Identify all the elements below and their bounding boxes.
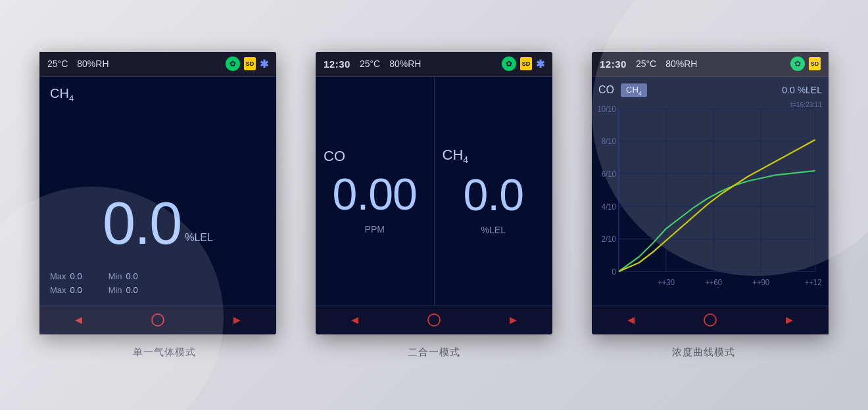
svg-text:10/10: 10/10 — [598, 104, 616, 114]
forward-btn-2[interactable]: ► — [507, 313, 519, 327]
rh-display-1: 80%RH — [77, 58, 108, 69]
caption-3: 浓度曲线模式 — [672, 346, 735, 359]
stat-row-2: Max 0.0 Min 0.0 — [50, 285, 266, 295]
device-chart: 12:30 25°C 80%RH ✿ SD CO CH4 0.0 %LEL t=… — [592, 52, 815, 359]
fan-icon-2: ✿ — [502, 57, 516, 71]
bt-icon-2: ✱ — [536, 58, 544, 70]
stat-min-2: Min 0.0 — [108, 285, 138, 295]
chart-header: CO CH4 0.0 %LEL — [598, 83, 822, 98]
max-label-2: Max — [50, 285, 66, 295]
home-btn-2[interactable] — [427, 313, 441, 327]
chart-co-label: CO — [598, 84, 614, 96]
dual-gas-content: CO 0.00 PPM CH4 0.0 %LEL — [316, 77, 552, 306]
home-btn-1[interactable] — [151, 313, 164, 327]
svg-text:++60: ++60 — [705, 277, 722, 287]
chart-content: CO CH4 0.0 %LEL t=16:23:11 — [592, 77, 829, 306]
stats-area: Max 0.0 Min 0.0 Max 0.0 Min 0.0 — [50, 266, 266, 299]
min-label-2: Min — [108, 285, 122, 295]
svg-text:++90: ++90 — [752, 277, 769, 287]
chart-timestamp: t=16:23:11 — [790, 101, 822, 108]
status-bar-2: 12:30 25°C 80%RH ✿ SD ✱ — [316, 52, 552, 77]
svg-text:4/10: 4/10 — [602, 202, 616, 212]
back-btn-1[interactable]: ◄ — [73, 313, 85, 327]
screen-single-gas: 25°C 80%RH ✿ SD ✱ CH4 0.0 %LEL Max 0.0 — [39, 52, 276, 334]
ch4-value: 0.0 — [463, 172, 523, 217]
nav-bar-3: ◄ ► — [592, 306, 829, 334]
min-label-1: Min — [108, 271, 122, 281]
content-single: CH4 0.0 %LEL Max 0.0 Min 0.0 — [39, 77, 276, 306]
screen-dual-gas: 12:30 25°C 80%RH ✿ SD ✱ CO 0.00 PPM CH4 … — [316, 52, 552, 334]
chart-badge: CH4 — [621, 83, 647, 98]
sd-icon-1: SD — [244, 57, 256, 70]
time-display-3: 12:30 — [600, 58, 627, 70]
device-single-gas: 25°C 80%RH ✿ SD ✱ CH4 0.0 %LEL Max 0.0 — [53, 52, 276, 359]
co-name: CO — [321, 148, 345, 165]
home-btn-3[interactable] — [704, 313, 717, 327]
caption-2: 二合一模式 — [408, 346, 460, 359]
svg-text:++30: ++30 — [658, 277, 675, 287]
svg-text:2/10: 2/10 — [602, 235, 616, 244]
svg-text:8/10: 8/10 — [602, 137, 616, 147]
rh-display-3: 80%RH — [665, 58, 697, 69]
min-value-1: 0.0 — [126, 271, 138, 281]
nav-bar-1: ◄ ► — [39, 306, 276, 334]
unit-label: %LEL — [185, 232, 213, 244]
ch4-panel: CH4 0.0 %LEL — [435, 77, 553, 306]
status-bar-3: 12:30 25°C 80%RH ✿ SD — [592, 52, 829, 77]
nav-bar-2: ◄ ► — [316, 306, 552, 334]
status-bar-1: 25°C 80%RH ✿ SD ✱ — [39, 52, 276, 77]
bt-icon-1: ✱ — [260, 58, 268, 70]
co-panel: CO 0.00 PPM — [316, 77, 435, 306]
back-btn-2[interactable]: ◄ — [349, 313, 361, 327]
device-dual-gas: 12:30 25°C 80%RH ✿ SD ✱ CO 0.00 PPM CH4 … — [316, 52, 552, 359]
status-icons-1: ✿ SD ✱ — [226, 57, 268, 71]
gas-title-area: CH4 — [50, 86, 266, 103]
fan-icon-3: ✿ — [790, 57, 805, 71]
stat-max-1: Max 0.0 — [50, 271, 82, 281]
co-value: 0.00 — [333, 171, 417, 216]
forward-btn-1[interactable]: ► — [231, 313, 243, 327]
chart-value-right: 0.0 %LEL — [782, 85, 822, 95]
min-value-2: 0.0 — [126, 285, 138, 295]
status-icons-2: ✿ SD ✱ — [502, 57, 544, 71]
screen-chart: 12:30 25°C 80%RH ✿ SD CO CH4 0.0 %LEL t=… — [592, 52, 829, 334]
gas-title: CH4 — [50, 86, 74, 103]
sd-icon-2: SD — [520, 57, 532, 70]
back-btn-3[interactable]: ◄ — [625, 313, 637, 327]
chart-area: t=16:23:11 10/10 8/10 — [598, 101, 822, 301]
max-value-1: 0.0 — [70, 271, 82, 281]
stat-min-1: Min 0.0 — [108, 271, 138, 281]
svg-text:6/10: 6/10 — [602, 170, 616, 179]
status-icons-3: ✿ SD — [790, 57, 821, 71]
temp-display-1: 25°C — [47, 58, 68, 69]
fan-icon-1: ✿ — [226, 57, 240, 71]
ch4-name: CH4 — [440, 147, 469, 165]
co-unit: PPM — [365, 224, 385, 235]
forward-btn-3[interactable]: ► — [783, 313, 795, 327]
ch4-unit: %LEL — [481, 225, 506, 235]
chart-svg: 10/10 8/10 6/10 4/10 2/10 0 ++30 ++60 ++… — [598, 101, 822, 301]
max-label-1: Max — [50, 271, 66, 281]
sd-icon-3: SD — [809, 57, 821, 70]
temp-display-2: 25°C — [360, 58, 380, 69]
max-value-2: 0.0 — [70, 285, 82, 295]
rh-display-2: 80%RH — [389, 58, 421, 69]
temp-display-3: 25°C — [636, 58, 656, 69]
gas-value-area: 0.0 %LEL — [50, 110, 266, 266]
main-value: 0.0 — [103, 194, 181, 253]
caption-1: 单一气体模式 — [133, 346, 196, 359]
time-display-2: 12:30 — [324, 58, 350, 70]
stat-max-2: Max 0.0 — [50, 285, 82, 295]
svg-text:++120: ++120 — [805, 277, 822, 287]
svg-text:0: 0 — [612, 267, 616, 277]
stat-row-1: Max 0.0 Min 0.0 — [50, 271, 266, 281]
